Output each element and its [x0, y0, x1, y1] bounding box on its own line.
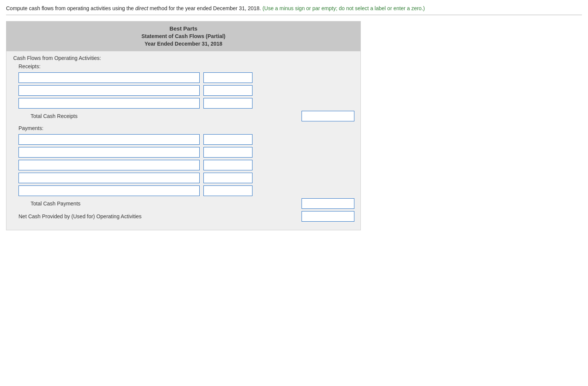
payment-label-field-3[interactable]	[18, 160, 200, 170]
receipt-label-input-1[interactable]	[18, 72, 200, 83]
receipt-amount-field-3[interactable]	[203, 98, 252, 109]
receipt-amount-input-2[interactable]	[203, 85, 252, 96]
payment-amount-field-4[interactable]	[203, 173, 252, 183]
total-payments-field[interactable]	[302, 198, 354, 209]
total-receipts-label: Total Cash Receipts	[18, 113, 245, 119]
payment-label-input-3[interactable]	[18, 160, 200, 170]
payment-row-1	[12, 134, 354, 145]
net-cash-label: Net Cash Provided by (Used for) Operatin…	[18, 213, 245, 219]
payment-amount-input-3[interactable]	[203, 160, 252, 170]
payment-label-field-1[interactable]	[18, 134, 200, 145]
payment-amount-field-3[interactable]	[203, 160, 252, 170]
payment-row-5	[12, 185, 354, 196]
statement-period: Year Ended December 31, 2018	[6, 41, 360, 47]
total-receipts-input-wrap[interactable]	[302, 111, 354, 121]
payment-label-input-2[interactable]	[18, 147, 200, 158]
net-cash-field[interactable]	[302, 211, 354, 222]
receipt-label-input-2[interactable]	[18, 85, 200, 96]
payment-amount-input-2[interactable]	[203, 147, 252, 158]
cash-flows-label: Cash Flows from Operating Activities:	[12, 55, 354, 61]
instruction-text: Compute cash flows from operating activi…	[6, 5, 582, 12]
receipt-row-3	[12, 98, 354, 109]
payment-row-3	[12, 160, 354, 170]
payment-amount-input-4[interactable]	[203, 173, 252, 183]
receipt-amount-input-1[interactable]	[203, 72, 252, 83]
section-divider	[6, 15, 582, 15]
statement-title: Statement of Cash Flows (Partial)	[6, 33, 360, 39]
company-name: Best Parts	[6, 25, 360, 32]
payment-amount-field-2[interactable]	[203, 147, 252, 158]
net-cash-row: Net Cash Provided by (Used for) Operatin…	[12, 211, 354, 222]
payment-amount-field-5[interactable]	[203, 185, 252, 196]
receipt-amount-input-3[interactable]	[203, 98, 252, 109]
receipt-label-field-3[interactable]	[18, 98, 200, 109]
statement-body: Cash Flows from Operating Activities: Re…	[6, 51, 360, 230]
statement-container: Best Parts Statement of Cash Flows (Part…	[6, 21, 361, 230]
payment-label-field-2[interactable]	[18, 147, 200, 158]
payment-row-2	[12, 147, 354, 158]
payment-label-field-5[interactable]	[18, 185, 200, 196]
receipt-label-field-1[interactable]	[18, 72, 200, 83]
net-cash-input-wrap[interactable]	[302, 211, 354, 222]
payment-label-input-1[interactable]	[18, 134, 200, 145]
payments-label: Payments:	[12, 125, 354, 131]
payment-label-input-5[interactable]	[18, 185, 200, 196]
receipt-amount-field-2[interactable]	[203, 85, 252, 96]
payment-label-field-4[interactable]	[18, 173, 200, 183]
payment-row-4	[12, 173, 354, 183]
receipt-row-2	[12, 85, 354, 96]
total-payments-row: Total Cash Payments	[12, 198, 354, 209]
receipt-amount-field-1[interactable]	[203, 72, 252, 83]
payment-amount-input-5[interactable]	[203, 185, 252, 196]
total-receipts-row: Total Cash Receipts	[12, 111, 354, 121]
total-receipts-field[interactable]	[302, 111, 354, 121]
receipt-row-1	[12, 72, 354, 83]
total-payments-label: Total Cash Payments	[18, 201, 245, 207]
payment-amount-input-1[interactable]	[203, 134, 252, 145]
receipt-label-field-2[interactable]	[18, 85, 200, 96]
receipt-label-input-3[interactable]	[18, 98, 200, 109]
receipts-label: Receipts:	[12, 63, 354, 69]
payment-amount-field-1[interactable]	[203, 134, 252, 145]
statement-header: Best Parts Statement of Cash Flows (Part…	[6, 21, 360, 51]
total-payments-input-wrap[interactable]	[302, 198, 354, 209]
payment-label-input-4[interactable]	[18, 173, 200, 183]
